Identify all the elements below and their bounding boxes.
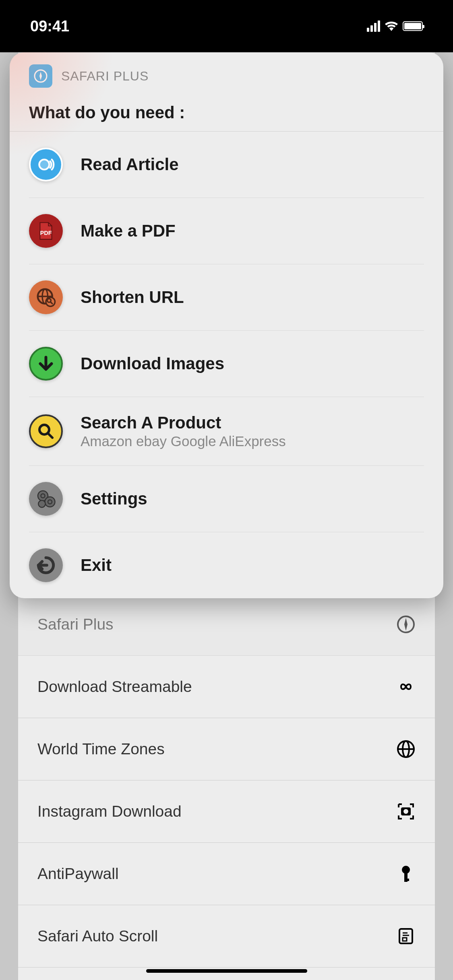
action-sheet-card: SAFARI PLUS What do you need : Read Arti… xyxy=(10,52,443,598)
menu-label: Download Images xyxy=(81,354,224,373)
document-icon xyxy=(396,926,416,946)
shorten-icon xyxy=(29,280,63,314)
wifi-icon xyxy=(385,21,398,31)
exit-icon xyxy=(29,548,63,582)
camera-icon xyxy=(396,802,416,821)
menu-list: Read Article PDF Make a PDF xyxy=(10,132,443,598)
menu-label: Shorten URL xyxy=(81,288,184,307)
menu-label: Make a PDF xyxy=(81,221,176,241)
menu-label: Read Article xyxy=(81,155,179,174)
list-item-label: Download Streamable xyxy=(37,678,192,696)
globe-icon xyxy=(396,739,416,759)
battery-icon xyxy=(403,21,423,31)
list-item[interactable]: Download Streamable xyxy=(18,656,435,718)
list-item[interactable]: Instagram Download xyxy=(18,780,435,843)
list-item[interactable]: Safari Auto Scroll xyxy=(18,905,435,968)
app-name: SAFARI PLUS xyxy=(61,69,149,84)
key-icon xyxy=(396,864,416,883)
compass-icon xyxy=(396,615,416,634)
list-item-label: Safari Plus xyxy=(37,616,114,633)
prompt-title: What do you need : xyxy=(29,103,424,122)
svg-point-15 xyxy=(39,160,49,170)
list-item[interactable]: Safari Plus xyxy=(18,593,435,656)
card-header: SAFARI PLUS What do you need : xyxy=(10,52,443,132)
menu-item-shorten-url[interactable]: Shorten URL xyxy=(29,264,424,331)
status-bar: 09:41 xyxy=(0,0,453,52)
status-icons xyxy=(367,21,423,32)
home-indicator[interactable] xyxy=(146,969,307,973)
menu-item-download-images[interactable]: Download Images xyxy=(29,331,424,397)
menu-sublabel: Amazon ebay Google AliExpress xyxy=(81,433,286,449)
list-item-label: World Time Zones xyxy=(37,740,165,758)
menu-item-exit[interactable]: Exit xyxy=(29,532,424,598)
svg-line-25 xyxy=(48,433,52,438)
list-item[interactable]: AntiPaywall xyxy=(18,843,435,905)
list-item-label: Safari Auto Scroll xyxy=(37,927,158,945)
svg-point-4 xyxy=(403,808,409,815)
cellular-signal-icon xyxy=(367,21,380,32)
pdf-icon: PDF xyxy=(29,214,63,248)
list-item[interactable]: World Time Zones xyxy=(18,718,435,780)
app-icon xyxy=(29,64,52,88)
svg-rect-12 xyxy=(403,938,407,941)
menu-label: Exit xyxy=(81,556,112,575)
download-icon xyxy=(29,347,63,381)
menu-label: Search A Product xyxy=(81,413,286,432)
search-icon xyxy=(29,414,63,448)
menu-item-search-product[interactable]: Search A Product Amazon ebay Google AliE… xyxy=(29,397,424,466)
svg-point-28 xyxy=(45,497,55,507)
list-item-label: Instagram Download xyxy=(37,803,182,820)
menu-item-read-article[interactable]: Read Article xyxy=(29,132,424,198)
svg-rect-8 xyxy=(404,879,409,881)
list-item-label: AntiPaywall xyxy=(37,865,119,883)
read-icon xyxy=(29,148,63,181)
settings-icon xyxy=(29,482,63,516)
svg-text:PDF: PDF xyxy=(40,230,52,236)
menu-label: Settings xyxy=(81,489,147,509)
menu-item-settings[interactable]: Settings xyxy=(29,466,424,532)
menu-item-make-pdf[interactable]: PDF Make a PDF xyxy=(29,198,424,264)
svg-point-30 xyxy=(38,500,46,508)
infinity-icon xyxy=(396,677,416,696)
status-time: 09:41 xyxy=(30,18,69,35)
